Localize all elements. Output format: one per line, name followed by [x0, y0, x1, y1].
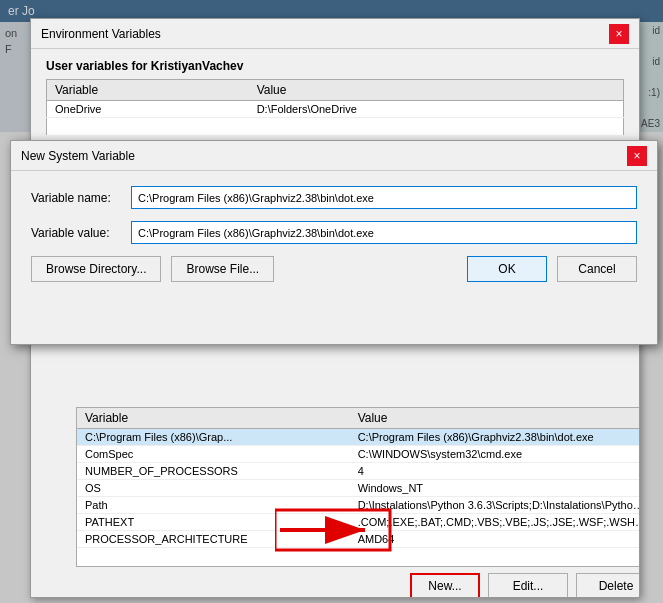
- sys-var-name: PROCESSOR_ARCHITECTURE: [77, 531, 350, 548]
- sys-table-row[interactable]: C:\Program Files (x86)\Grap...C:\Program…: [77, 429, 639, 446]
- sys-table-row[interactable]: NUMBER_OF_PROCESSORS4: [77, 463, 639, 480]
- sys-var-value: D:\Instalations\Python 3.6.3\Scripts;D:\…: [350, 497, 639, 514]
- user-var-value-empty: [249, 118, 624, 136]
- new-var-body: Variable name: Variable value: Browse Di…: [11, 171, 657, 297]
- sys-table-row[interactable]: PathD:\Instalations\Python 3.6.3\Scripts…: [77, 497, 639, 514]
- user-table-row[interactable]: [47, 118, 624, 136]
- sys-var-name: OS: [77, 480, 350, 497]
- variable-value-input[interactable]: [131, 221, 637, 244]
- new-system-variable-dialog: New System Variable × Variable name: Var…: [10, 140, 658, 345]
- new-var-close-button[interactable]: ×: [627, 146, 647, 166]
- variable-value-label: Variable value:: [31, 226, 131, 240]
- browse-file-button[interactable]: Browse File...: [171, 256, 274, 282]
- sys-table-header-value: Value: [350, 408, 639, 429]
- env-dialog-title: Environment Variables: [41, 27, 161, 41]
- sys-var-value: Windows_NT: [350, 480, 639, 497]
- variable-name-row: Variable name:: [31, 186, 637, 209]
- sys-var-value: .COM;.EXE;.BAT;.CMD;.VBS;.VBE;.JS;.JSE;.…: [350, 514, 639, 531]
- user-vars-label: User variables for KristiyanVachev: [46, 59, 624, 73]
- user-var-name: OneDrive: [47, 101, 249, 118]
- sys-vars-table: Variable Value C:\Program Files (x86)\Gr…: [77, 408, 639, 548]
- sys-var-name: ComSpec: [77, 446, 350, 463]
- new-var-ok-button[interactable]: OK: [467, 256, 547, 282]
- sys-var-value: C:\WINDOWS\system32\cmd.exe: [350, 446, 639, 463]
- sys-var-name: C:\Program Files (x86)\Grap...: [77, 429, 350, 446]
- env-dialog-titlebar: Environment Variables ×: [31, 19, 639, 49]
- sys-vars-section: Variable Value C:\Program Files (x86)\Gr…: [61, 397, 639, 597]
- user-table-row[interactable]: OneDrive D:\Folders\OneDrive: [47, 101, 624, 118]
- sys-var-name: Path: [77, 497, 350, 514]
- sys-vars-table-container[interactable]: Variable Value C:\Program Files (x86)\Gr…: [76, 407, 639, 567]
- sys-table-row[interactable]: PATHEXT.COM;.EXE;.BAT;.CMD;.VBS;.VBE;.JS…: [77, 514, 639, 531]
- variable-name-input[interactable]: [131, 186, 637, 209]
- delete-sys-var-button[interactable]: Delete: [576, 573, 639, 597]
- sys-vars-body: Variable Value C:\Program Files (x86)\Gr…: [61, 397, 639, 597]
- variable-name-label: Variable name:: [31, 191, 131, 205]
- sys-vars-buttons: New... Edit... Delete: [76, 573, 639, 597]
- env-dialog-close-button[interactable]: ×: [609, 24, 629, 44]
- browse-directory-button[interactable]: Browse Directory...: [31, 256, 161, 282]
- sys-table-header-variable: Variable: [77, 408, 350, 429]
- new-var-cancel-button[interactable]: Cancel: [557, 256, 637, 282]
- edit-sys-var-button[interactable]: Edit...: [488, 573, 568, 597]
- sys-var-value: 4: [350, 463, 639, 480]
- env-dialog-content: User variables for KristiyanVachev Varia…: [31, 49, 639, 154]
- user-table-header-variable: Variable: [47, 80, 249, 101]
- new-sys-var-button[interactable]: New...: [410, 573, 480, 597]
- sys-table-row[interactable]: OSWindows_NT: [77, 480, 639, 497]
- sys-table-row[interactable]: ComSpecC:\WINDOWS\system32\cmd.exe: [77, 446, 639, 463]
- variable-value-row: Variable value:: [31, 221, 637, 244]
- user-var-value: D:\Folders\OneDrive: [249, 101, 624, 118]
- sys-var-value: C:\Program Files (x86)\Graphviz2.38\bin\…: [350, 429, 639, 446]
- sys-table-row[interactable]: PROCESSOR_ARCHITECTUREAMD64: [77, 531, 639, 548]
- user-vars-table: Variable Value OneDrive D:\Folders\OneDr…: [46, 79, 624, 136]
- sys-var-name: PATHEXT: [77, 514, 350, 531]
- user-table-header-value: Value: [249, 80, 624, 101]
- user-var-name-empty: [47, 118, 249, 136]
- new-var-titlebar: New System Variable ×: [11, 141, 657, 171]
- new-var-action-buttons: Browse Directory... Browse File... OK Ca…: [31, 256, 637, 282]
- sys-var-name: NUMBER_OF_PROCESSORS: [77, 463, 350, 480]
- sys-var-value: AMD64: [350, 531, 639, 548]
- new-var-title: New System Variable: [21, 149, 135, 163]
